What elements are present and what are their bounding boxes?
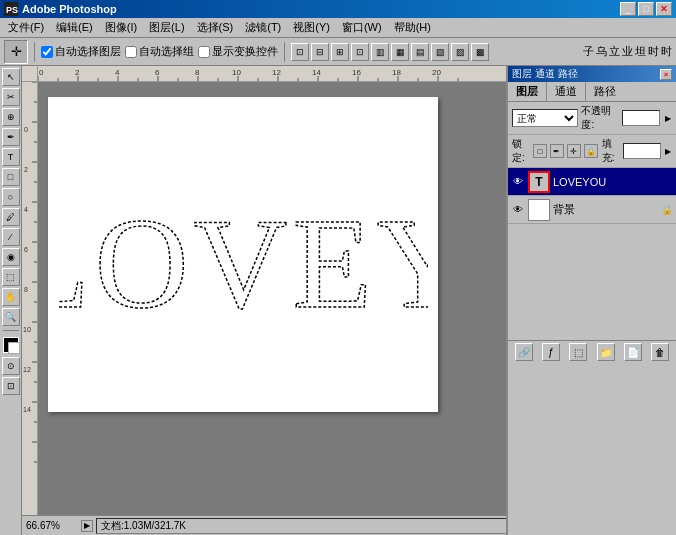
menu-bar: 文件(F)编辑(E)图像(I)图层(L)选择(S)滤镜(T)视图(Y)窗口(W)…: [0, 18, 676, 38]
svg-text:8: 8: [24, 286, 28, 293]
auto-group-checkbox[interactable]: [125, 46, 137, 58]
opacity-label: 不透明度:: [581, 104, 619, 132]
maximize-button[interactable]: □: [638, 2, 654, 16]
lock-icons: □ ✒ ✛ 🔒: [533, 144, 598, 158]
toolbar-separator-2: [284, 42, 285, 62]
align-btn-9[interactable]: ▨: [451, 43, 469, 61]
toolbar-text-1: 子: [583, 44, 594, 59]
panel-bottom: 🔗 ƒ ⬚ 📁 📄 🗑: [508, 340, 676, 364]
tool-separator: [3, 330, 19, 331]
left-tool-5[interactable]: T: [2, 148, 20, 166]
menu-item-s[interactable]: 选择(S): [191, 18, 240, 37]
ruler-corner: [22, 66, 38, 82]
layer-eye-loveyou[interactable]: 👁: [511, 175, 525, 189]
menu-item-h[interactable]: 帮助(H): [388, 18, 437, 37]
menu-item-e[interactable]: 编辑(E): [50, 18, 99, 37]
menu-item-l[interactable]: 图层(L): [143, 18, 190, 37]
delete-layer-btn[interactable]: 🗑: [651, 343, 669, 361]
panel-close-button[interactable]: ×: [660, 69, 672, 80]
tab-channels[interactable]: 通道: [547, 82, 586, 101]
align-btn-1[interactable]: ⊡: [291, 43, 309, 61]
panel-header-title: 图层 通道 路径: [512, 67, 578, 81]
add-mask-btn[interactable]: ⬚: [569, 343, 587, 361]
lock-transparent-btn[interactable]: □: [533, 144, 547, 158]
menu-item-y[interactable]: 视图(Y): [287, 18, 336, 37]
left-tool-8[interactable]: 🖊: [2, 208, 20, 226]
new-group-btn[interactable]: 📁: [597, 343, 615, 361]
svg-text:14: 14: [23, 406, 31, 413]
lock-fill-row: 锁定: □ ✒ ✛ 🔒 填充: 100% ▶: [508, 135, 676, 168]
auto-group-checkbox-label[interactable]: 自动选择组: [125, 44, 194, 59]
toolbar-text-5: 坦: [635, 44, 646, 59]
align-btn-5[interactable]: ▥: [371, 43, 389, 61]
menu-item-i[interactable]: 图像(I): [99, 18, 143, 37]
tab-paths[interactable]: 路径: [586, 82, 624, 101]
menu-item-t[interactable]: 滤镜(T): [239, 18, 287, 37]
lock-position-btn[interactable]: ✛: [567, 144, 581, 158]
left-toolbar: ↖ ✂ ⊕ ✒ T □ ○ 🖊 ∕ ◉ ⬚ ✋ 🔍 ⊙ ⊡: [0, 66, 22, 535]
left-tool-3[interactable]: ⊕: [2, 108, 20, 126]
show-transform-checkbox[interactable]: [198, 46, 210, 58]
align-btn-7[interactable]: ▤: [411, 43, 429, 61]
layer-item-background[interactable]: 👁 背景 🔒: [508, 196, 676, 224]
fill-input[interactable]: 100%: [623, 143, 661, 159]
quick-mask[interactable]: ⊙: [2, 357, 20, 375]
svg-text:20: 20: [432, 68, 441, 77]
align-btn-6[interactable]: ▦: [391, 43, 409, 61]
auto-layer-label: 自动选择图层: [55, 44, 121, 59]
layer-item-loveyou[interactable]: 👁 T LOVEYOU: [508, 168, 676, 196]
opacity-arrow-button[interactable]: ▶: [663, 110, 672, 126]
svg-text:PS: PS: [6, 5, 18, 15]
app-title: Adobe Photoshop: [22, 3, 117, 15]
background-color[interactable]: [8, 342, 20, 354]
left-tool-7[interactable]: ○: [2, 188, 20, 206]
show-transform-checkbox-label[interactable]: 显示变换控件: [198, 44, 278, 59]
left-tool-1[interactable]: ↖: [2, 68, 20, 86]
left-tool-6[interactable]: □: [2, 168, 20, 186]
layer-thumb-background: [528, 199, 550, 221]
align-btn-10[interactable]: ▩: [471, 43, 489, 61]
auto-layer-checkbox-label[interactable]: 自动选择图层: [41, 44, 121, 59]
layer-eye-background[interactable]: 👁: [511, 203, 525, 217]
menu-item-f[interactable]: 文件(F): [2, 18, 50, 37]
align-btn-8[interactable]: ▧: [431, 43, 449, 61]
auto-layer-checkbox[interactable]: [41, 46, 53, 58]
left-tool-12[interactable]: ✋: [2, 288, 20, 306]
lovey-svg: LOVEY: [58, 177, 428, 337]
app-icon: PS: [4, 2, 18, 16]
status-thumb-btn[interactable]: ▶: [81, 520, 93, 532]
left-tool-13[interactable]: 🔍: [2, 308, 20, 326]
align-btn-4[interactable]: ⊡: [351, 43, 369, 61]
opacity-input[interactable]: 100%: [622, 110, 660, 126]
svg-text:4: 4: [24, 206, 28, 213]
blend-mode-select[interactable]: 正常 溶解 正片叠底: [512, 109, 578, 127]
screen-mode[interactable]: ⊡: [2, 377, 20, 395]
add-style-btn[interactable]: ƒ: [542, 343, 560, 361]
layers-list: 👁 T LOVEYOU 👁 背景 🔒: [508, 168, 676, 340]
auto-group-label: 自动选择组: [139, 44, 194, 59]
link-layers-btn[interactable]: 🔗: [515, 343, 533, 361]
lock-all-btn[interactable]: 🔒: [584, 144, 598, 158]
lock-paint-btn[interactable]: ✒: [550, 144, 564, 158]
align-btn-3[interactable]: ⊞: [331, 43, 349, 61]
foreground-color[interactable]: [3, 337, 19, 353]
left-tool-9[interactable]: ∕: [2, 228, 20, 246]
toolbar-extra-right: 子 乌 立 业 坦 时 时: [583, 44, 672, 59]
tab-layers[interactable]: 图层: [508, 82, 547, 101]
align-btn-2[interactable]: ⊟: [311, 43, 329, 61]
fill-arrow-button[interactable]: ▶: [665, 147, 672, 156]
svg-text:0: 0: [24, 126, 28, 133]
new-layer-btn[interactable]: 📄: [624, 343, 642, 361]
toolbar-text-7: 时: [661, 44, 672, 59]
panel-spacer: [508, 364, 676, 536]
left-tool-4[interactable]: ✒: [2, 128, 20, 146]
close-button[interactable]: ✕: [656, 2, 672, 16]
left-tool-10[interactable]: ◉: [2, 248, 20, 266]
vertical-ruler: 0 0 2 4 6 8 10 12 14: [22, 82, 38, 535]
minimize-button[interactable]: _: [620, 2, 636, 16]
left-tool-2[interactable]: ✂: [2, 88, 20, 106]
move-tool-button[interactable]: ✛: [4, 40, 28, 64]
svg-text:10: 10: [232, 68, 241, 77]
menu-item-w[interactable]: 窗口(W): [336, 18, 388, 37]
left-tool-11[interactable]: ⬚: [2, 268, 20, 286]
